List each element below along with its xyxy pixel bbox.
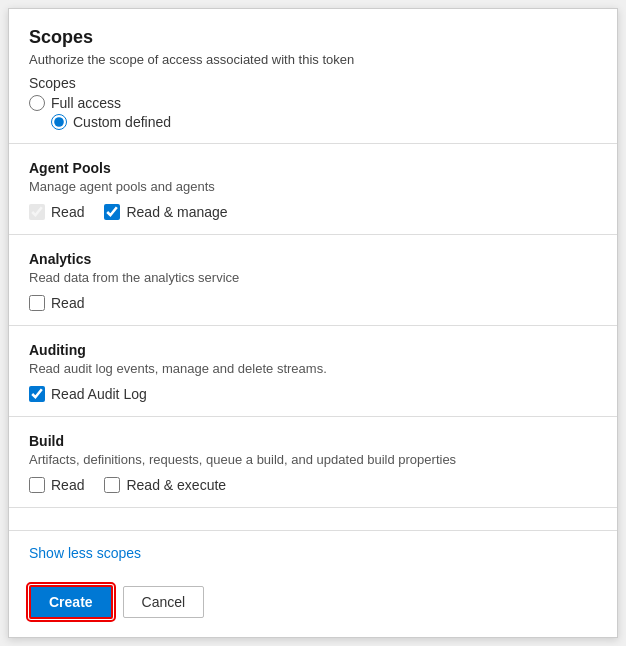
agent-pools-desc: Manage agent pools and agents [29,179,597,194]
auditing-title: Auditing [29,342,597,358]
panel-subtitle: Authorize the scope of access associated… [29,52,597,67]
build-title: Build [29,433,597,449]
custom-defined-label[interactable]: Custom defined [73,114,171,130]
build-read-item: Read [29,477,84,493]
full-access-radio-row: Full access [29,95,597,111]
build-desc: Artifacts, definitions, requests, queue … [29,452,597,467]
analytics-checkboxes: Read [29,295,597,311]
create-button[interactable]: Create [29,585,113,619]
agent-pools-section: Agent Pools Manage agent pools and agent… [9,144,617,235]
button-row: Create Cancel [29,585,597,619]
analytics-read-label: Read [51,295,84,311]
auditing-checkboxes: Read Audit Log [29,386,597,402]
agent-pools-read-label: Read [51,204,84,220]
build-read-label: Read [51,477,84,493]
agent-pools-read-manage-item: Read & manage [104,204,227,220]
full-access-label[interactable]: Full access [51,95,121,111]
custom-defined-radio-row: Custom defined [51,114,597,130]
build-section: Build Artifacts, definitions, requests, … [9,417,617,508]
cancel-button[interactable]: Cancel [123,586,205,618]
show-less-link[interactable]: Show less scopes [29,545,141,561]
agent-pools-checkboxes: Read Read & manage [29,204,597,220]
agent-pools-read-item: Read [29,204,84,220]
agent-pools-read-checkbox[interactable] [29,204,45,220]
scopes-scroll-area[interactable]: Agent Pools Manage agent pools and agent… [9,144,617,530]
build-read-checkbox[interactable] [29,477,45,493]
scope-radio-group: Full access Custom defined [29,95,597,130]
analytics-read-checkbox[interactable] [29,295,45,311]
analytics-section: Analytics Read data from the analytics s… [9,235,617,326]
analytics-desc: Read data from the analytics service [29,270,597,285]
agent-pools-read-manage-label: Read & manage [126,204,227,220]
build-read-execute-label: Read & execute [126,477,226,493]
analytics-title: Analytics [29,251,597,267]
panel-header: Scopes Authorize the scope of access ass… [9,9,617,143]
auditing-section: Auditing Read audit log events, manage a… [9,326,617,417]
panel-footer: Show less scopes Create Cancel [9,530,617,637]
auditing-read-audit-log-checkbox[interactable] [29,386,45,402]
panel-title: Scopes [29,27,597,48]
agent-pools-read-manage-checkbox[interactable] [104,204,120,220]
scopes-panel: Scopes Authorize the scope of access ass… [8,8,618,638]
build-read-execute-item: Read & execute [104,477,226,493]
build-read-execute-checkbox[interactable] [104,477,120,493]
agent-pools-title: Agent Pools [29,160,597,176]
full-access-radio[interactable] [29,95,45,111]
analytics-read-item: Read [29,295,84,311]
auditing-read-audit-log-item: Read Audit Log [29,386,147,402]
auditing-desc: Read audit log events, manage and delete… [29,361,597,376]
build-checkboxes: Read Read & execute [29,477,597,493]
auditing-read-audit-log-label: Read Audit Log [51,386,147,402]
custom-defined-radio[interactable] [51,114,67,130]
scopes-label: Scopes [29,75,597,91]
